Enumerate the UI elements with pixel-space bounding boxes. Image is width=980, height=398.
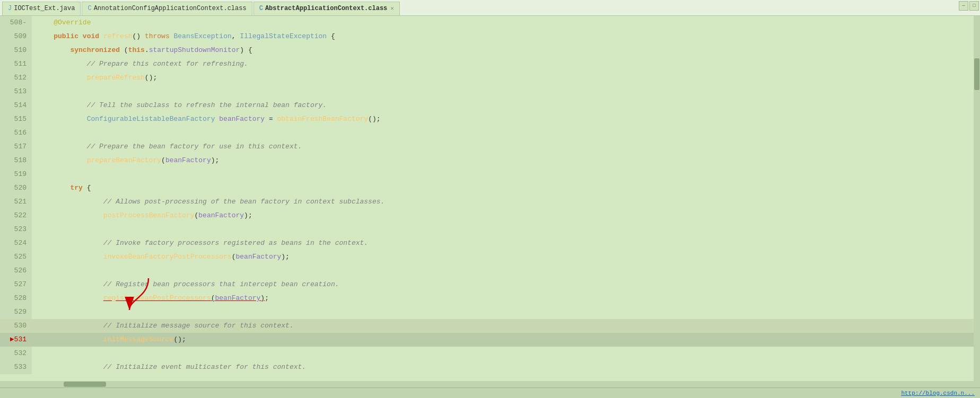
linecode-529 xyxy=(32,305,41,319)
code-area-inner: 508- @Override 509 public void refresh()… xyxy=(0,16,980,381)
linecode-521: // Allows post-processing of the bean fa… xyxy=(32,195,384,209)
method-preparebeanfactory: prepareBeanFactory xyxy=(87,156,161,164)
line-508: 508- @Override xyxy=(0,16,980,30)
vertical-scrollbar[interactable] xyxy=(974,16,980,381)
line-513: 513 xyxy=(0,85,980,99)
scrollbar-thumb-h[interactable] xyxy=(64,382,106,387)
tab-icon-ioctest: J xyxy=(8,5,12,12)
linecode-527: // Register bean processors that interce… xyxy=(32,278,339,291)
linecode-520: try { xyxy=(32,181,91,195)
scrollbar-thumb-v[interactable] xyxy=(974,58,979,90)
tab-ioctest[interactable]: J IOCTest_Ext.java xyxy=(2,2,81,15)
linecode-526 xyxy=(32,264,41,278)
linenum-517: 517 xyxy=(0,140,32,154)
kw-this: this xyxy=(128,46,145,54)
maximize-button[interactable]: □ xyxy=(969,1,979,11)
linenum-520: 520 xyxy=(0,181,32,195)
linenum-513: 513 xyxy=(0,85,32,99)
linecode-516 xyxy=(32,126,41,140)
linenum-511: 511 xyxy=(0,57,32,71)
line-516: 516 xyxy=(0,126,980,140)
tab-icon-annotation: C xyxy=(88,5,91,12)
line-512: 512 prepareRefresh(); xyxy=(0,71,980,85)
tab-close-abstract[interactable]: ✕ xyxy=(390,5,394,12)
line-524: 524 // Invoke factory processors registe… xyxy=(0,236,980,250)
status-url[interactable]: http://blog.csdn.n... xyxy=(901,390,975,396)
linenum-509: 509 xyxy=(0,30,32,43)
method-initmessagesource: initMessageSource xyxy=(103,335,174,343)
linenum-512: 512 xyxy=(0,71,32,85)
method-postprocessbeanfactory: postProcessBeanFactory xyxy=(103,211,195,219)
linecode-525: invokeBeanFactoryPostProcessors(beanFact… xyxy=(32,250,290,264)
kw-void: void xyxy=(83,32,99,40)
tab-label-abstract: AbstractApplicationContext.class xyxy=(265,5,387,12)
linecode-523 xyxy=(32,223,41,236)
tab-icon-abstract: C xyxy=(259,5,263,12)
tab-bar: J IOCTest_Ext.java C AnnotationConfigApp… xyxy=(0,0,980,16)
linenum-510: 510 xyxy=(0,43,32,57)
tab-abstract[interactable]: C AbstractApplicationContext.class ✕ xyxy=(253,2,400,15)
method-obtainfreshbeanfactory: obtainFreshBeanFactory xyxy=(277,115,369,123)
linecode-517: // Prepare the bean factory for use in t… xyxy=(32,140,302,154)
annotation-override: @Override xyxy=(54,19,91,26)
param-startupmonitor: startupShutdownMonitor xyxy=(149,46,240,54)
line-532: 532 xyxy=(0,347,980,360)
line-521: 521 // Allows post-processing of the bea… xyxy=(0,195,980,209)
line-525: 525 invokeBeanFactoryPostProcessors(bean… xyxy=(0,250,980,264)
minimize-button[interactable]: — xyxy=(959,1,968,11)
line-515: 515 ConfigurableListableBeanFactory bean… xyxy=(0,112,980,126)
lines-wrapper: 508- @Override 509 public void refresh()… xyxy=(0,16,980,381)
line-520: 520 try { xyxy=(0,181,980,195)
linecode-530: // Initialize message source for this co… xyxy=(32,319,294,333)
linecode-524: // Invoke factory processors registered … xyxy=(32,236,368,250)
line-527: 527 // Register bean processors that int… xyxy=(0,278,980,291)
horizontal-scrollbar[interactable] xyxy=(0,381,980,387)
editor-container: J IOCTest_Ext.java C AnnotationConfigApp… xyxy=(0,0,980,398)
line-530: 530 // Initialize message source for thi… xyxy=(0,319,980,333)
linecode-519 xyxy=(32,167,41,181)
line-529: 529 xyxy=(0,305,980,319)
line-523: 523 xyxy=(0,223,980,236)
linenum-521: 521 xyxy=(0,195,32,209)
linecode-511: // Prepare this context for refreshing. xyxy=(32,57,248,71)
status-bar: http://blog.csdn.n... xyxy=(0,387,980,398)
linenum-530: 530 xyxy=(0,319,32,333)
linenum-523: 523 xyxy=(0,223,32,236)
type-illegalstateexception: IllegalStateException xyxy=(240,32,327,40)
window-controls: — □ xyxy=(958,0,980,12)
var-beanfactory: beanFactory xyxy=(219,115,265,123)
line-519: 519 xyxy=(0,167,980,181)
linecode-510: synchronized (this.startupShutdownMonito… xyxy=(32,43,252,57)
linecode-512: prepareRefresh(); xyxy=(32,71,157,85)
tab-annotation[interactable]: C AnnotationConfigApplicationContext.cla… xyxy=(82,2,252,15)
linecode-514: // Tell the subclass to refresh the inte… xyxy=(32,99,327,112)
type-configurablelistablebeanfactory: ConfigurableListableBeanFactory xyxy=(87,115,215,123)
linenum-533: 533 xyxy=(0,360,32,374)
linecode-522: postProcessBeanFactory(beanFactory); xyxy=(32,209,252,223)
line-526: 526 xyxy=(0,264,980,278)
linenum-531: ►531 xyxy=(0,333,32,347)
kw-public: public xyxy=(54,32,78,40)
method-registerbeanpostprocessors: registerBeanPostProcessors(beanFactory) xyxy=(103,294,265,302)
linenum-519: 519 xyxy=(0,167,32,181)
code-area: 508- @Override 509 public void refresh()… xyxy=(0,16,980,381)
linenum-516: 516 xyxy=(0,126,32,140)
line-533: 533 // Initialize event multicaster for … xyxy=(0,360,980,374)
tab-label-ioctest: IOCTest_Ext.java xyxy=(14,5,75,12)
linecode-513 xyxy=(32,85,41,99)
linenum-528: 528 xyxy=(0,291,32,305)
method-refresh: refresh xyxy=(103,32,133,40)
param-beanfactory-525: beanFactory xyxy=(235,253,281,261)
linenum-514: 514 xyxy=(0,99,32,112)
linenum-526: 526 xyxy=(0,264,32,278)
linenum-524: 524 xyxy=(0,236,32,250)
line-509: 509 public void refresh() throws BeansEx… xyxy=(0,30,980,43)
param-beanfactory-518: beanFactory xyxy=(165,156,211,164)
linecode-528: registerBeanPostProcessors(beanFactory); xyxy=(32,291,269,305)
linecode-532 xyxy=(32,347,41,360)
linenum-515: 515 xyxy=(0,112,32,126)
param-beanfactory-522: beanFactory xyxy=(198,211,244,219)
line-518: 518 prepareBeanFactory(beanFactory); xyxy=(0,154,980,167)
linenum-525: 525 xyxy=(0,250,32,264)
linecode-508: @Override xyxy=(32,16,91,30)
